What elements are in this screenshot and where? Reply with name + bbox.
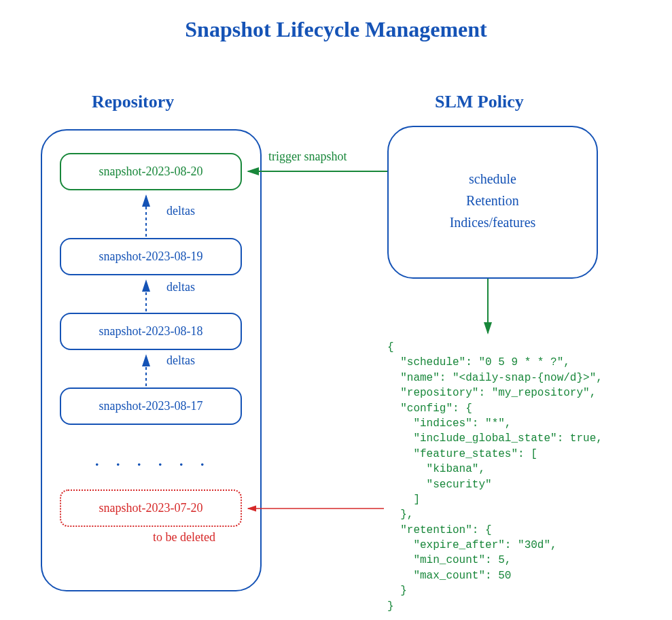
trigger-snapshot-label: trigger snapshot xyxy=(268,150,347,164)
slm-policy-box: schedule Retention Indices/features xyxy=(387,126,598,279)
delta-label: deltas xyxy=(166,354,195,368)
snapshot-item: snapshot-2023-08-19 xyxy=(60,238,242,275)
page-title: Snapshot Lifecycle Management xyxy=(0,17,672,42)
delta-label: deltas xyxy=(166,204,195,218)
snapshot-item: snapshot-2023-08-18 xyxy=(60,313,242,350)
ellipsis-indicator: . . . . . . xyxy=(95,452,211,470)
repository-heading: Repository xyxy=(92,92,174,112)
delta-label: deltas xyxy=(166,280,195,294)
slm-body-indices: Indices/features xyxy=(389,211,597,233)
snapshot-expired: snapshot-2023-07-20 xyxy=(60,489,242,527)
policy-json-code: { "schedule": "0 5 9 * * ?", "name": "<d… xyxy=(387,340,603,614)
to-delete-label: to be deleted xyxy=(153,530,215,545)
snapshot-item: snapshot-2023-08-17 xyxy=(60,388,242,425)
snapshot-current: snapshot-2023-08-20 xyxy=(60,153,242,190)
slm-body-schedule: schedule xyxy=(389,168,597,190)
slm-body-retention: Retention xyxy=(389,190,597,211)
slm-policy-heading: SLM Policy xyxy=(435,92,524,112)
